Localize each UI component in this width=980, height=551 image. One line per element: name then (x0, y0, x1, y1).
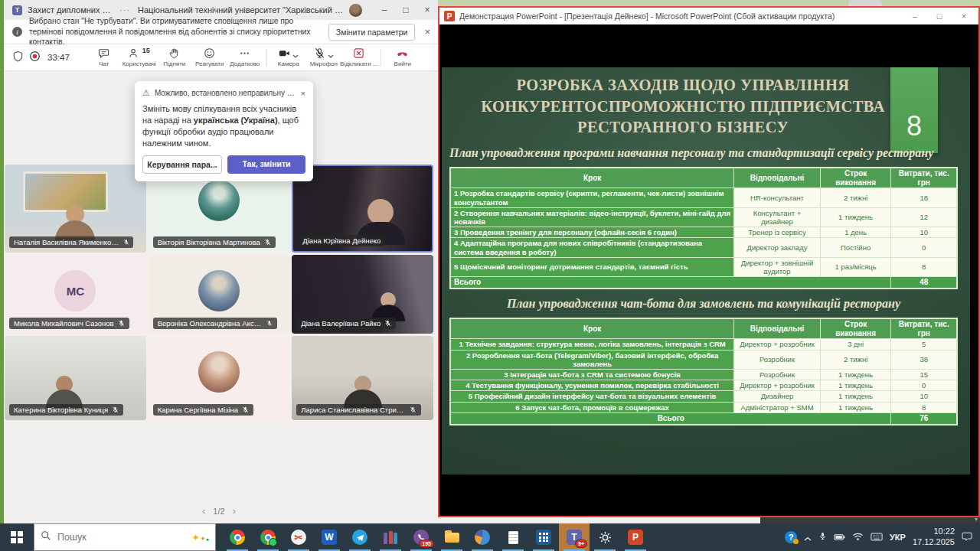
microphone-tray-icon[interactable] (818, 530, 827, 544)
taskbar-app-powerpoint[interactable]: P (620, 523, 651, 551)
taskbar-app-settings[interactable] (590, 523, 620, 551)
chevron-down-icon[interactable] (292, 47, 299, 61)
tray-time: 10:22 (913, 527, 955, 537)
help-icon[interactable]: ? (785, 531, 797, 543)
language-indicator[interactable]: УКР (890, 533, 906, 542)
teams-logo-icon: T (12, 5, 22, 15)
tray-date: 17.12.2025 (913, 537, 955, 548)
toolbar-chat-button[interactable]: Чат (87, 47, 122, 67)
taskbar-app-teams[interactable]: T9+ (559, 523, 590, 551)
wifi-icon[interactable] (852, 530, 864, 544)
participant-tile[interactable]: Наталія Василівна Якименко-Тере... (5, 165, 146, 253)
toolbar-button-label: Додатково (230, 60, 260, 67)
mic-off-icon (410, 406, 416, 413)
start-button[interactable] (0, 523, 34, 551)
table-row: 5 Щомісячний моніторинг дотримання станд… (450, 257, 957, 276)
taskbar-app-notepad[interactable] (498, 523, 528, 551)
mic-off-icon (123, 239, 129, 246)
change-settings-button[interactable]: Змінити параметри (328, 24, 416, 41)
table-row: 4 Адаптаційна програма для нових співроб… (450, 238, 957, 257)
search-box[interactable]: ✦✦● (34, 523, 216, 551)
toolbar-button-label: Реагувати (195, 60, 224, 67)
settings-icon (597, 530, 612, 545)
toolbar-mic-button[interactable]: Мікрофон (306, 47, 341, 67)
table-row: 2 Створення навчальних матеріалів: відео… (450, 207, 957, 227)
manage-settings-button[interactable]: Керування пара... (142, 155, 222, 174)
taskbar-app-chrome-1[interactable] (222, 523, 253, 551)
powerpoint-window: P Демонстрация PowerPoint - [Презентація… (438, 0, 980, 523)
toolbar-button-label: Підняти (163, 60, 185, 67)
video-stage: Наталія Василівна Якименко-Тере...Віктор… (0, 71, 438, 523)
table-header: Крок (450, 318, 734, 339)
keyboard-icon[interactable] (871, 530, 883, 544)
table-row: 1 Технічне завдання: структура меню, лог… (450, 339, 957, 350)
collapse-icon[interactable]: ▾ (975, 516, 978, 523)
participant-tile[interactable]: МСМикола Михайлович Сазонов (5, 255, 146, 334)
taskbar-app-pie-app[interactable] (467, 523, 498, 551)
toolbar-camera-button[interactable]: Камера (271, 47, 306, 67)
notification-badge: 195 (419, 540, 434, 548)
action-center-icon[interactable] (962, 530, 972, 544)
toolbar-participants-button[interactable]: 15Користувачі (122, 47, 157, 67)
chevron-down-icon[interactable] (328, 47, 334, 61)
toolbar-button-label: Відкликати ... (340, 60, 377, 67)
participant-tile[interactable]: Катерина Вікторівна Куниця (5, 336, 146, 420)
taskbar-app-word[interactable]: W (314, 523, 345, 551)
participant-tile[interactable]: Діана Валеріївна Райко (292, 255, 433, 334)
participant-video (55, 205, 95, 240)
confirm-language-button[interactable]: Так, змінити (227, 155, 305, 174)
teams-minimize-button[interactable]: – (374, 5, 395, 15)
participant-name-label: Наталія Василівна Якименко-Тере... (9, 236, 133, 248)
participant-name-label: Вероніка Олександрівна Аксьонова (153, 318, 278, 329)
teams-close-button[interactable]: × (416, 5, 438, 15)
battery-icon[interactable] (834, 530, 845, 544)
taskbar-app-calculator[interactable] (528, 523, 559, 551)
toolbar-more-button[interactable]: Додатково (227, 47, 263, 67)
next-page-icon[interactable]: › (233, 505, 236, 517)
notification-close-icon[interactable]: × (424, 26, 430, 37)
ppt-close-button[interactable]: × (954, 11, 974, 21)
desktop: T Захист дипломних робі... ··· Національ… (0, 0, 980, 551)
popup-close-icon[interactable]: × (301, 89, 305, 98)
toolbar-react-button[interactable]: Реагувати (192, 47, 227, 67)
participant-tile[interactable]: Вероніка Олександрівна Аксьонова (149, 255, 290, 334)
toolbar-buttons: Чат15КористувачіПіднятиРеагуватиДодатков… (87, 47, 420, 67)
organization-tab[interactable]: Національний технічний університет "Харк… (138, 5, 343, 15)
search-input[interactable] (57, 532, 185, 543)
slide-subtitle: План упровадження програми навчання перс… (449, 145, 958, 161)
participant-tile[interactable]: Діана Юріївна Дейнеко (292, 165, 433, 253)
table-row: 3 Інтеграція чат-бота з CRM та системою … (450, 370, 957, 380)
shared-window-frame: P Демонстрация PowerPoint - [Презентація… (438, 6, 980, 517)
toolbar-leave-button[interactable]: Вийти (385, 47, 420, 67)
participant-video (344, 376, 382, 408)
word-icon: W (322, 530, 337, 545)
meeting-toolbar: 33:47 Чат15КористувачіПіднятиРеагуватиДо… (0, 44, 438, 71)
participant-tile[interactable]: Карина Сергіївна Мізіна (149, 336, 290, 420)
tray-expand-icon[interactable] (804, 530, 812, 544)
taskbar-app-file-explorer[interactable] (436, 523, 467, 551)
toolbar-raise-hand-button[interactable]: Підняти (157, 47, 192, 67)
taskbar-app-snipping-tool[interactable]: ✂ (283, 523, 314, 551)
taskbar-app-telegram[interactable] (345, 523, 375, 551)
meeting-tab[interactable]: Захист дипломних робі... (28, 5, 112, 15)
notepad-icon (505, 530, 521, 545)
participant-avatar (198, 180, 240, 221)
presenter-strip-dark: ▾ (760, 517, 980, 523)
slide-title: РОЗРОБКА ЗАХОДІВ ЩОДО УПРАВЛІННЯ КОНКУРЕ… (465, 75, 901, 139)
titlebar-more-icon[interactable]: ··· (119, 5, 130, 15)
page-indicator: 1/2 (213, 507, 224, 516)
toolbar-recall-button[interactable]: Відкликати ... (341, 47, 377, 67)
user-avatar[interactable] (349, 4, 362, 17)
toolbar-divider (381, 49, 381, 66)
taskbar-app-chrome-2[interactable] (253, 523, 283, 551)
taskbar-app-winrar[interactable] (375, 523, 406, 551)
ppt-minimize-button[interactable]: – (905, 11, 925, 21)
table-header: Витрати, тис. грн (891, 168, 957, 188)
clock[interactable]: 10:22 17.12.2025 (913, 527, 955, 548)
participant-tile[interactable]: Лариса Станиславівна Стригуль (292, 336, 433, 420)
teams-maximize-button[interactable]: □ (395, 5, 416, 15)
ppt-maximize-button[interactable]: □ (929, 11, 949, 21)
participant-grid: Наталія Василівна Якименко-Тере...Віктор… (5, 165, 433, 420)
taskbar-app-viber[interactable]: 195 (406, 523, 436, 551)
prev-page-icon[interactable]: ‹ (202, 505, 205, 517)
